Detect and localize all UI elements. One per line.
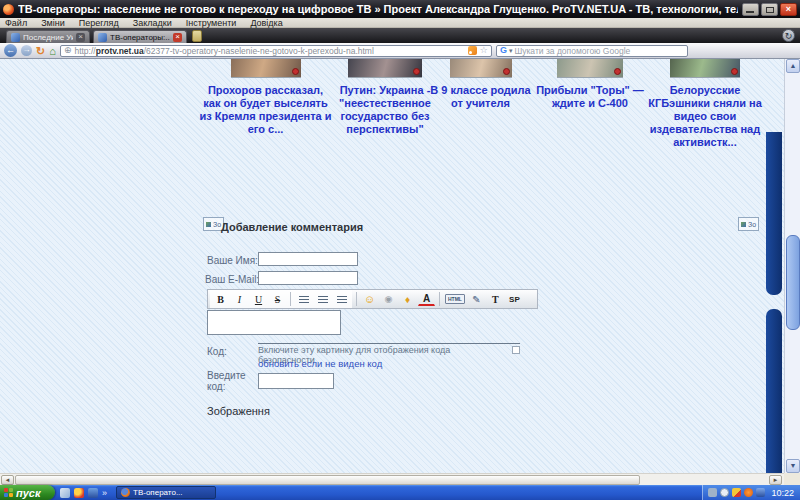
news-title-link[interactable]: Прохоров рассказал, как он будет выселят… (198, 84, 333, 136)
name-label: Ваше Имя: (207, 255, 258, 266)
taskbar: пуск » ТВ-операто... 10:22 (0, 485, 800, 500)
search-engine-dropdown-icon[interactable]: ▾ (509, 47, 513, 55)
scrollbar-corner (784, 473, 800, 485)
vertical-scrollbar[interactable]: ▲ ▼ (784, 59, 800, 473)
italic-button[interactable]: I (231, 292, 248, 307)
captcha-code-field[interactable] (258, 373, 334, 389)
page-side-rail (766, 132, 782, 295)
url-domain: protv.net.ua (96, 46, 144, 56)
scroll-left-icon[interactable]: ◄ (1, 475, 14, 485)
quick-launch-icon[interactable] (60, 488, 70, 498)
tab-2-label: ТВ-операторы:... (110, 33, 170, 42)
search-bar[interactable]: G ▾ (496, 45, 688, 57)
spoiler-button[interactable]: SP (506, 292, 523, 307)
align-right-icon (337, 296, 347, 303)
news-title-link[interactable]: Прибыли "Торы" — ждите и С-400 (535, 84, 645, 110)
bookmark-star-icon[interactable]: ☆ (480, 46, 488, 55)
tab-2-favicon (98, 33, 107, 42)
align-left-button[interactable] (295, 292, 312, 307)
new-tab-icon[interactable] (192, 30, 202, 42)
menu-view[interactable]: Перегляд (79, 18, 119, 28)
minimize-button[interactable] (742, 3, 759, 16)
news-item[interactable]: Путин: Украина - "неестественное государ… (330, 59, 440, 136)
news-thumbnail[interactable] (231, 59, 301, 78)
tab-2-close-icon[interactable]: × (173, 33, 182, 42)
horizontal-scrollbar-thumb[interactable] (15, 475, 640, 485)
home-icon[interactable]: ⌂ (49, 45, 56, 57)
news-thumbnail[interactable] (557, 59, 623, 78)
news-title-link[interactable]: Белорусские КГБэшники сняли на видео сво… (645, 84, 765, 149)
video-badge-icon (413, 68, 420, 75)
scroll-up-icon[interactable]: ▲ (786, 59, 800, 73)
menu-help[interactable]: Довідка (250, 18, 282, 28)
menu-edit[interactable]: Зміни (41, 18, 65, 28)
font-color-button[interactable]: A (418, 293, 435, 306)
tab-1-close-icon[interactable]: × (76, 33, 85, 42)
refresh-icon[interactable]: ↻ (36, 45, 45, 57)
quote-icon[interactable]: ✎ (468, 292, 485, 307)
start-button[interactable]: пуск (0, 485, 55, 500)
menu-file[interactable]: Файл (5, 18, 27, 28)
window-title: ТВ-операторы: население не готово к пере… (18, 3, 738, 15)
close-button[interactable]: × (780, 3, 797, 16)
quick-launch-more-icon[interactable]: » (102, 488, 107, 498)
news-item[interactable]: Прибыли "Торы" — ждите и С-400 (535, 59, 645, 110)
forward-icon[interactable]: → (21, 45, 32, 56)
page-side-rail (766, 309, 782, 473)
menu-tools[interactable]: Інструменти (186, 18, 237, 28)
taskbar-window-button[interactable]: ТВ-операто... (116, 486, 216, 499)
back-icon[interactable]: ← (4, 44, 17, 57)
insert-link-icon[interactable]: ♦ (399, 292, 416, 307)
news-thumbnail[interactable] (450, 59, 512, 78)
tab-2-active[interactable]: ТВ-операторы:... × (93, 30, 187, 43)
news-thumbnail[interactable] (670, 59, 740, 78)
align-right-button[interactable] (333, 292, 350, 307)
underline-button[interactable]: U (250, 292, 267, 307)
rss-icon[interactable] (468, 46, 477, 55)
start-button-label: пуск (16, 487, 41, 499)
tray-icon[interactable] (756, 488, 765, 497)
name-field[interactable] (258, 252, 358, 266)
quick-launch-icon[interactable] (74, 488, 84, 498)
site-identity-icon[interactable]: ⊕ (64, 46, 72, 55)
scroll-right-icon[interactable]: ► (769, 475, 782, 485)
tray-icon[interactable] (720, 488, 729, 497)
restore-button[interactable] (761, 3, 778, 16)
menu-bookmarks[interactable]: Закладки (133, 18, 172, 28)
translit-button[interactable]: T (487, 292, 504, 307)
news-item[interactable]: Белорусские КГБэшники сняли на видео сво… (645, 59, 765, 149)
captcha-refresh-link[interactable]: обновить если не виден код (258, 358, 382, 369)
bold-button[interactable]: B (212, 292, 229, 307)
emoticons-button[interactable]: ☺ (361, 292, 378, 307)
search-input[interactable] (514, 46, 683, 56)
restore-icon (766, 7, 774, 13)
tray-icon[interactable] (744, 488, 753, 497)
scroll-down-icon[interactable]: ▼ (786, 459, 800, 473)
html-code-button[interactable]: HTML (444, 292, 466, 307)
video-badge-icon (614, 68, 621, 75)
comment-textarea[interactable] (207, 310, 341, 335)
email-field[interactable] (258, 271, 358, 285)
news-item[interactable]: В 9 классе родила от учителя (428, 59, 533, 110)
vertical-scrollbar-thumb[interactable] (786, 235, 800, 330)
system-tray: 10:22 (702, 485, 800, 500)
news-title-link[interactable]: В 9 классе родила от учителя (428, 84, 533, 110)
hidden-text-icon[interactable]: ◉ (380, 292, 397, 307)
list-all-tabs-icon[interactable]: ↻ (782, 29, 795, 42)
window-titlebar: ТВ-операторы: население не готово к пере… (0, 0, 800, 18)
app-icon (3, 4, 14, 15)
horizontal-scrollbar[interactable]: ◄ ► (0, 473, 784, 485)
tray-icon[interactable] (708, 488, 717, 497)
align-center-button[interactable] (314, 292, 331, 307)
page-content: Прохоров рассказал, как он будет выселят… (0, 59, 784, 473)
firefox-icon (121, 488, 130, 497)
tray-icon[interactable] (732, 488, 741, 497)
quick-launch-icon[interactable] (88, 488, 98, 498)
news-thumbnail[interactable] (348, 59, 422, 78)
strikethrough-button[interactable]: S (269, 292, 286, 307)
news-title-link[interactable]: Путин: Украина - "неестественное государ… (330, 84, 440, 136)
tab-1[interactable]: Последние Укр... × (6, 30, 90, 43)
code-label: Код: (207, 346, 227, 357)
address-bar[interactable]: ⊕ http://protv.net.ua/62377-tv-operatory… (60, 45, 492, 57)
news-item[interactable]: Прохоров рассказал, как он будет выселят… (198, 59, 333, 136)
